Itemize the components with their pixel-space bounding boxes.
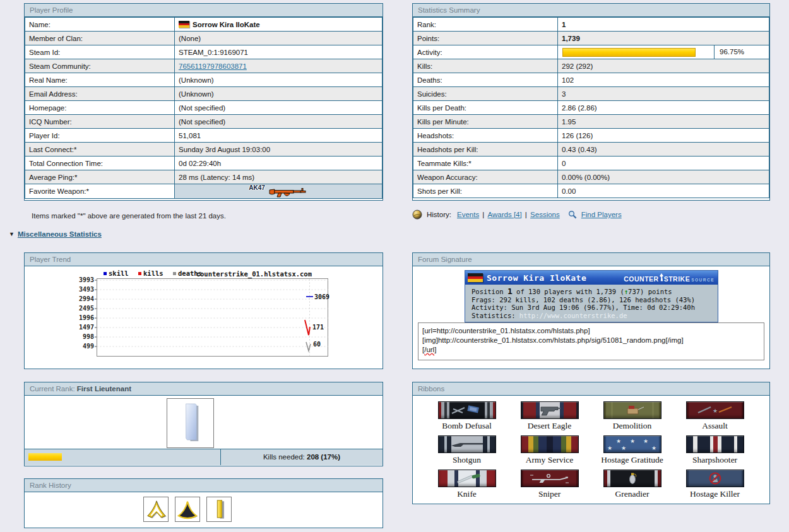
row-value: 1.95	[558, 115, 769, 129]
row-label: Steam Id:	[25, 45, 175, 59]
ribbon-label: Hostage Killer	[673, 489, 756, 499]
panel-title: Player Profile	[25, 4, 383, 17]
germany-flag-icon	[179, 21, 189, 28]
row-label: Suicides:	[413, 87, 558, 101]
germany-flag-icon	[468, 273, 483, 282]
grenade-icon	[612, 472, 653, 485]
history-label: History:	[427, 211, 451, 218]
signature-bbcode-textarea[interactable]: [url=http://counterstrike_01.hlstatsx.co…	[418, 322, 764, 360]
kills-needed-value: 208 (17%)	[307, 453, 340, 461]
weapon-name: AK47	[249, 184, 265, 191]
logo-source: SOURCE	[691, 278, 715, 282]
profile-row: Member of Clan:(None)	[25, 32, 383, 45]
ribbon-label: Army Service	[508, 455, 591, 465]
panel-title: Ribbons	[413, 382, 769, 396]
svg-text:3993: 3993	[79, 276, 94, 283]
svg-text:★: ★	[712, 408, 717, 414]
signature-banner: Sorrow Kira IloKate COUNTER STRIKE SOURC…	[465, 271, 718, 285]
row-label: Member of Clan:	[25, 32, 175, 45]
find-players-link[interactable]: Find Players	[581, 211, 622, 218]
profile-row: Steam Id:STEAM_0:1:9169071	[25, 45, 383, 59]
row-value: 76561197978603871	[175, 59, 383, 73]
history-link-awards[interactable]: Awards [4]	[488, 211, 522, 218]
ribbon-item: ★Assault	[673, 401, 756, 435]
row-value: 0.00	[558, 184, 769, 198]
svg-text:★: ★	[621, 445, 626, 451]
row-value: (Not specified)	[175, 115, 383, 129]
miscellaneous-statistics-link[interactable]: Miscellaneous Statistics	[18, 230, 102, 238]
profile-row: Homepage:(Not specified)	[25, 101, 383, 115]
profile-row: Name:Sorrow Kira IloKate	[25, 18, 383, 32]
current-rank-value: First Lieutenant	[77, 385, 131, 393]
stars-icon: ★★★★★★	[604, 436, 661, 452]
row-value: 51,081	[175, 129, 383, 143]
signature-line: Activity: Sun 3rd Aug 19:06 (96.77%), Ti…	[472, 304, 711, 312]
ribbon-item: Sharpshooter	[673, 435, 756, 470]
row-label: Homepage:	[25, 101, 175, 115]
charge-icon	[612, 404, 653, 417]
row-label: Teammate Kills:*	[413, 157, 558, 170]
chevron-down-icon: ▼	[9, 231, 15, 237]
svg-text:1996: 1996	[79, 314, 94, 321]
ribbon-label: Knife	[425, 489, 508, 499]
svg-text:★: ★	[651, 445, 656, 451]
rank-progress-row: Kills needed: 208 (17%)	[25, 449, 383, 465]
ribbon-assault: ★	[686, 401, 744, 419]
current-rank-panel: Current Rank: First Lieutenant Kills nee…	[24, 382, 383, 466]
profile-row: Favorite Weapon:*AK47	[25, 184, 383, 199]
activity-bar-track	[558, 45, 715, 59]
kills-needed-label: Kills needed:	[263, 453, 307, 461]
footnote: Items marked "*" above are generated fro…	[32, 212, 226, 220]
ribbon-item: Shotgun	[425, 435, 508, 470]
svg-text:kills: kills	[143, 269, 163, 277]
misc-statistics-row: ▼ Miscellaneous Statistics	[9, 230, 102, 238]
statistics-summary-panel: Statistics Summary Rank:1Points:1,739Act…	[412, 3, 770, 201]
knife-icon	[447, 472, 487, 485]
row-label: ICQ Number:	[25, 115, 175, 129]
row-label: Last Connect:*	[25, 143, 175, 157]
row-value: (Unknown)	[175, 73, 383, 87]
history-link-events[interactable]: Events	[457, 211, 479, 218]
svg-text:skill: skill	[109, 269, 129, 277]
svg-text:counterstrike_01.hlstatsx.com: counterstrike_01.hlstatsx.com	[196, 270, 312, 278]
row-label: Headshots per Kill:	[413, 143, 558, 157]
row-label: Weapon Accuracy:	[413, 170, 558, 184]
svg-text:60: 60	[313, 341, 321, 348]
stats-row: Kills per Death:2.86 (2.86)	[413, 101, 769, 115]
row-value: STEAM_0:1:9169071	[175, 45, 383, 59]
rank-history-icons	[25, 492, 383, 526]
rifles-icon: ★	[695, 404, 735, 417]
ribbon-item: Bomb Defusal	[425, 401, 508, 435]
row-label: Deaths:	[413, 73, 558, 87]
signature-line: Frags: 292 kills, 102 deaths (2.86), 126…	[472, 296, 711, 304]
row-value: 0	[558, 157, 769, 170]
ribbons-grid: Bomb DefusalDesert EagleDemolition★Assau…	[413, 396, 769, 504]
steam-community-link[interactable]: 76561197978603871	[179, 62, 247, 70]
ribbon-label: Shotgun	[425, 455, 508, 465]
ribbon-item: Grenadier	[591, 470, 673, 504]
panel-title: Player Trend	[25, 253, 383, 266]
row-value: 102	[558, 73, 769, 87]
stats-row: Kills per Minute:1.95	[413, 115, 769, 129]
svg-text:★: ★	[616, 438, 621, 444]
player-profile-table: Name:Sorrow Kira IloKateMember of Clan:(…	[25, 17, 383, 199]
row-value: 28 ms (Latency: 14 ms)	[175, 170, 383, 184]
stats-row: Shots per Kill:0.00	[413, 184, 769, 198]
activity-bar	[562, 48, 696, 57]
current-rank-label: Current Rank:	[30, 385, 77, 393]
svg-text:★: ★	[607, 445, 612, 451]
row-label: Kills:	[413, 59, 558, 73]
row-value: 3	[558, 87, 769, 101]
rank-insignia-image	[167, 398, 214, 448]
row-value: 126 (126)	[558, 129, 769, 143]
ribbon-hostage-killer	[686, 470, 744, 487]
row-label: Headshots:	[413, 129, 558, 143]
ribbon-desert-eagle	[521, 401, 579, 419]
profile-row: Last Connect:*Sunday 3rd August 19:03:00	[25, 143, 383, 157]
row-label: Steam Community:	[25, 59, 175, 73]
logo-counter: COUNTER	[624, 275, 658, 283]
ribbon-label: Sniper	[508, 489, 591, 499]
profile-row: Email Address:(Unknown)	[25, 87, 383, 101]
history-link-sessions[interactable]: Sessions	[530, 211, 560, 218]
ribbon-item: Army Service	[508, 435, 591, 470]
